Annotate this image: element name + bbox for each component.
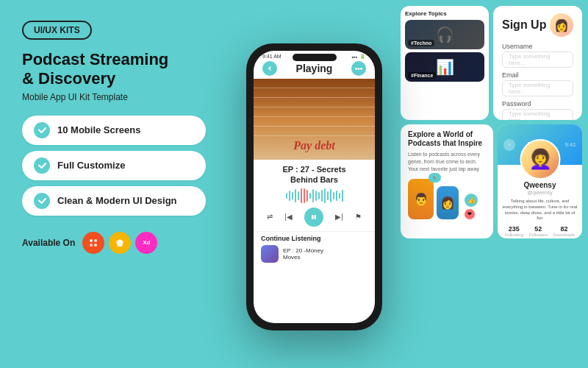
topic-item-finance[interactable]: 📊 #Finance <box>405 52 484 82</box>
wave-bar <box>292 192 293 199</box>
feature-label-2: Full Customize <box>57 160 125 171</box>
badge-label: UI/UX KITS <box>34 25 80 35</box>
playing-header: Playing ••• <box>254 60 375 79</box>
wave-bar <box>321 190 323 202</box>
character-2: 👩 <box>437 186 459 219</box>
username-group: Username Type something here... <box>502 43 573 68</box>
bookmark-button[interactable]: ⚑ <box>355 213 362 221</box>
continue-thumbnail <box>261 245 279 263</box>
stat-downloads-num: 82 <box>553 225 576 233</box>
password-input[interactable]: Type something here... <box>502 109 573 120</box>
continue-title: Continue Listening <box>261 235 368 242</box>
figma-icon <box>82 232 104 254</box>
continue-listening: Continue Listening EP : 20 -MoneyMoves <box>254 231 375 264</box>
continue-item[interactable]: EP : 20 -MoneyMoves <box>261 245 368 263</box>
username-input[interactable]: Type something here... <box>502 52 573 68</box>
sketch-icon <box>109 232 131 254</box>
svg-rect-2 <box>90 244 93 247</box>
check-icon-2 <box>34 158 50 174</box>
stat-following: 235 Following <box>505 225 523 237</box>
heart-icon: ❤ <box>465 209 475 219</box>
hero-subtitle: Mobile App UI Kit Template <box>22 92 206 102</box>
phone-notch <box>293 54 337 61</box>
email-input[interactable]: Type something here... <box>502 80 573 96</box>
profile-name: Qweensy <box>502 181 578 189</box>
profile-stats: 235 Following 52 Followers 82 Downloads <box>502 225 578 237</box>
wave-bar <box>339 193 340 199</box>
stat-following-num: 235 <box>505 225 523 233</box>
bottom-right-row: Explore a World ofPodcasts that Inspire … <box>401 124 582 238</box>
profile-bio: Talking about life, culture, and everyth… <box>502 199 578 222</box>
email-group: Email Type something here... <box>502 71 573 96</box>
signup-title: Sign Up <box>502 18 546 32</box>
wave-bar <box>330 189 331 202</box>
waveform <box>254 187 375 205</box>
pause-button[interactable] <box>304 208 323 227</box>
profile-avatar: 👩‍🦱 <box>520 139 560 180</box>
inspire-subtitle: Listen to podcasts across every genre, f… <box>408 151 486 172</box>
username-label: Username <box>502 43 573 50</box>
stat-followers-label: Followers <box>528 233 548 237</box>
stat-downloads-label: Downloads <box>553 233 576 237</box>
profile-status-text: 9:41 <box>564 141 576 148</box>
tool-icons: Xd <box>82 232 157 254</box>
inspire-title: Explore a World ofPodcasts that Inspire <box>408 130 486 148</box>
hero-title: Podcast Streaming& Discovery <box>22 50 206 89</box>
email-label: Email <box>502 71 573 79</box>
svg-rect-5 <box>312 215 314 219</box>
uiux-badge: UI/UX KITS <box>22 21 92 40</box>
wave-bar <box>309 193 311 199</box>
topics-title: Explore Topics <box>405 10 484 17</box>
status-right: ▪▪▪ 🔋 <box>352 54 366 60</box>
wave-bar <box>312 189 314 202</box>
wave-bar <box>306 190 308 202</box>
wave-bar <box>315 191 317 201</box>
svg-rect-6 <box>315 215 317 219</box>
shuffle-button[interactable]: ⇌ <box>267 213 273 221</box>
profile-header-left: ‹ <box>503 139 515 151</box>
profile-handle: @qweensy <box>502 190 578 195</box>
right-panel: Explore Topics 🎧 #Techno 📊 #Finance Sign… <box>401 0 588 368</box>
profile-panel: ‹ Profile 9:41 👩‍🦱 Qweensy @qweensy Talk… <box>498 124 582 238</box>
profile-back-button[interactable]: ‹ <box>503 139 515 151</box>
wave-bar <box>289 191 290 201</box>
wave-bar <box>295 189 296 202</box>
phone-wrapper: 9:41 AM ▪▪▪ 🔋 Playing ••• <box>246 43 382 330</box>
battery-icon: 🔋 <box>359 54 366 60</box>
wave-bar <box>304 188 305 203</box>
phone-mockup-section: 9:41 AM ▪▪▪ 🔋 Playing ••• <box>228 0 401 368</box>
svg-point-3 <box>94 244 97 247</box>
xd-icon: Xd <box>135 232 157 254</box>
top-right-row: Explore Topics 🎧 #Techno 📊 #Finance Sign… <box>401 6 582 120</box>
wave-bar <box>318 192 320 199</box>
profile-header: ‹ Profile 9:41 👩‍🦱 <box>498 124 582 165</box>
next-button[interactable]: ▶| <box>335 213 343 221</box>
signal-icon: ▪▪▪ <box>352 54 357 60</box>
inspire-characters: 👨 🎙️ 👩 👍 ❤ <box>408 175 486 219</box>
topic-item-techno[interactable]: 🎧 #Techno <box>405 20 484 49</box>
wave-bar <box>333 192 334 199</box>
topic-label-techno: #Techno <box>408 40 434 46</box>
pay-debt-text: Pay debt <box>293 139 334 152</box>
speech-bubble: 🎙️ <box>429 173 441 183</box>
available-label: Available On <box>22 238 75 248</box>
prev-button[interactable]: |◀ <box>284 213 293 221</box>
phone-screen: 9:41 AM ▪▪▪ 🔋 Playing ••• <box>254 51 375 323</box>
svg-marker-4 <box>116 239 123 247</box>
wave-bar <box>342 190 343 202</box>
like-icon: 👍 <box>465 194 478 207</box>
menu-button[interactable]: ••• <box>351 61 366 76</box>
stat-followers: 52 Followers <box>528 225 548 237</box>
like-icons: 👍 ❤ <box>465 194 478 219</box>
inspire-panel: Explore a World ofPodcasts that Inspire … <box>401 124 493 238</box>
feature-label-3: Clean & Modern UI Design <box>57 195 177 206</box>
wave-bar <box>286 193 287 199</box>
podcast-image: Pay debt <box>254 79 375 160</box>
password-group: Password Type something here... <box>502 100 573 120</box>
topics-panel: Explore Topics 🎧 #Techno 📊 #Finance <box>401 6 489 120</box>
back-button[interactable] <box>262 61 277 76</box>
stat-followers-num: 52 <box>528 225 548 233</box>
check-icon-1 <box>34 122 50 138</box>
check-icon-3 <box>34 193 50 209</box>
character-1: 👨 🎙️ <box>408 179 434 219</box>
